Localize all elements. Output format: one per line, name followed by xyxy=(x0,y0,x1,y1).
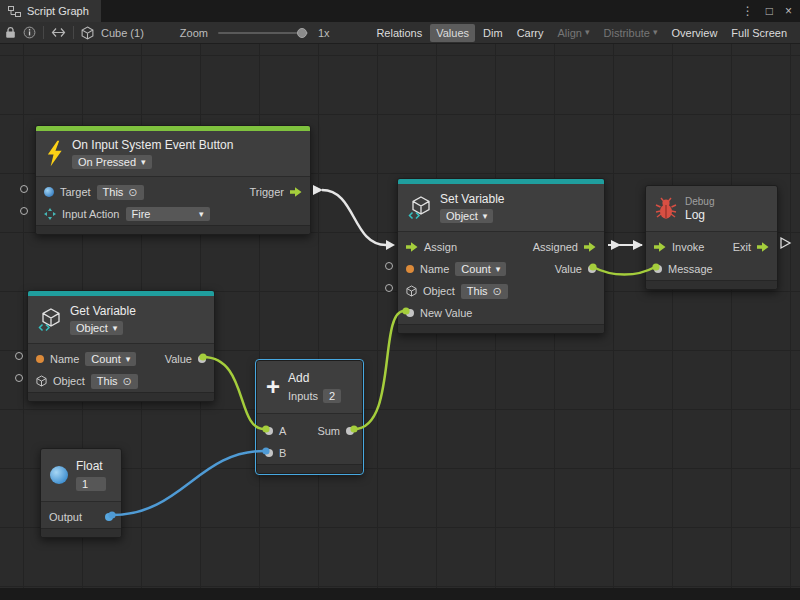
tab-title: Script Graph xyxy=(27,5,89,17)
float-value-input[interactable]: 1 xyxy=(76,477,106,491)
close-icon[interactable]: × xyxy=(785,4,792,18)
name-input-port[interactable] xyxy=(406,265,414,273)
target-label: Target xyxy=(60,186,91,198)
message-input-port[interactable] xyxy=(654,265,662,273)
zoom-slider-handle[interactable] xyxy=(297,28,307,38)
sum-output-port[interactable] xyxy=(346,427,354,435)
chevron-down-icon: ▾ xyxy=(585,28,590,37)
object-cube-icon xyxy=(36,375,47,387)
toolbar-button-fullscreen[interactable]: Full Screen xyxy=(725,24,793,42)
new-value-input-port[interactable] xyxy=(406,309,414,317)
get-variable-name-port[interactable] xyxy=(15,352,23,360)
graph-canvas[interactable]: On Input System Event Button On Pressed▾… xyxy=(0,44,800,588)
node-title: Float xyxy=(76,459,103,473)
toolbar-button-dim[interactable]: Dim xyxy=(477,24,509,42)
object-this-chip[interactable]: This⊙ xyxy=(461,284,508,299)
invoke-row: Invoke Exit xyxy=(646,236,777,258)
collapse-expand-icon[interactable] xyxy=(51,27,66,38)
exit-output-port[interactable] xyxy=(757,242,769,252)
event-input-action-port[interactable] xyxy=(20,207,28,215)
target-picker-icon: ⊙ xyxy=(493,285,502,298)
toolbar-button-overview[interactable]: Overview xyxy=(666,24,724,42)
a-row: A Sum xyxy=(257,420,362,442)
tab-script-graph[interactable]: Script Graph xyxy=(0,0,101,22)
chevron-down-icon: ▾ xyxy=(199,210,204,219)
menu-icon[interactable]: ⋮ xyxy=(742,4,754,18)
node-add[interactable]: + Add Inputs 2 A Sum xyxy=(256,360,363,474)
sum-label: Sum xyxy=(317,425,340,437)
toolbar-divider xyxy=(73,26,74,39)
toolbar-button-carry[interactable]: Carry xyxy=(511,24,550,42)
info-icon[interactable] xyxy=(23,26,36,39)
chevron-down-icon: ▾ xyxy=(496,265,501,274)
node-title: Get Variable xyxy=(70,304,136,318)
a-input-port[interactable] xyxy=(265,427,273,435)
value-output-port[interactable] xyxy=(198,355,206,363)
node-float[interactable]: Float 1 Output xyxy=(40,448,122,538)
new-value-label: New Value xyxy=(420,307,472,319)
name-label: Name xyxy=(50,353,79,365)
variable-cube-icon xyxy=(407,195,432,220)
connection-trigger-assign[interactable] xyxy=(322,190,386,245)
name-input-port[interactable] xyxy=(36,355,44,363)
node-title: Set Variable xyxy=(440,192,504,206)
exit-label: Exit xyxy=(733,241,751,253)
message-row: Message xyxy=(646,258,777,280)
name-row: Name Count▾ Value xyxy=(28,348,214,370)
assign-row: Assign Assigned xyxy=(398,236,604,258)
object-cube-icon xyxy=(406,285,417,297)
toolbar-button-distribute[interactable]: Distribute▾ xyxy=(598,24,664,42)
event-mode-dropdown[interactable]: On Pressed▾ xyxy=(72,155,152,169)
variable-scope-dropdown[interactable]: Object▾ xyxy=(440,209,493,223)
chevron-down-icon: ▾ xyxy=(653,28,658,37)
object-row: Object This⊙ xyxy=(28,370,214,392)
get-variable-object-port[interactable] xyxy=(15,374,23,382)
node-set-variable[interactable]: Set Variable Object▾ Assign Assigned xyxy=(397,178,605,334)
toolbar-buttons: Relations Values Dim Carry Align▾ Distri… xyxy=(370,24,795,42)
node-get-variable[interactable]: Get Variable Object▾ Name Count▾ Value xyxy=(27,290,215,402)
node-on-input-system-event-button[interactable]: On Input System Event Button On Pressed▾… xyxy=(35,125,311,235)
bug-icon xyxy=(655,197,677,220)
input-action-dropdown[interactable]: Fire▾ xyxy=(126,207,210,221)
plus-icon: + xyxy=(266,377,280,397)
toolbar-button-relations[interactable]: Relations xyxy=(370,24,428,42)
inputs-label: Inputs xyxy=(288,390,318,402)
trigger-output-port[interactable] xyxy=(290,187,302,197)
inputs-count-input[interactable]: 2 xyxy=(323,389,341,403)
name-label: Name xyxy=(420,263,449,275)
value-label: Value xyxy=(555,263,582,275)
node-debug-log[interactable]: Debug Log Invoke Exit Message xyxy=(645,185,778,290)
b-input-port[interactable] xyxy=(265,449,273,457)
lock-icon[interactable] xyxy=(5,26,16,39)
graph-target-name[interactable]: Cube (1) xyxy=(101,27,144,39)
flow-arrow xyxy=(611,240,621,250)
event-target-port[interactable] xyxy=(20,185,28,193)
set-variable-object-port[interactable] xyxy=(385,284,393,292)
node-footer xyxy=(398,324,604,333)
invoke-input-port[interactable] xyxy=(654,242,666,252)
maximize-icon[interactable]: □ xyxy=(766,4,773,18)
object-this-chip[interactable]: This⊙ xyxy=(91,374,138,389)
object-row: Object This⊙ xyxy=(398,280,604,302)
assigned-output-port[interactable] xyxy=(584,242,596,252)
output-row: Output xyxy=(41,506,121,528)
variable-scope-dropdown[interactable]: Object▾ xyxy=(70,321,123,335)
variable-name-dropdown[interactable]: Count▾ xyxy=(455,262,506,276)
bottom-bar xyxy=(0,588,800,600)
value-label: Value xyxy=(165,353,192,365)
variable-name-dropdown[interactable]: Count▾ xyxy=(85,352,136,366)
toolbar-button-values[interactable]: Values xyxy=(430,24,475,42)
assign-input-port[interactable] xyxy=(406,242,418,252)
set-variable-name-port[interactable] xyxy=(385,262,393,270)
zoom-slider[interactable] xyxy=(218,32,308,34)
toolbar-divider xyxy=(43,26,44,39)
node-footer xyxy=(36,225,310,234)
toolbar-button-align[interactable]: Align▾ xyxy=(552,24,596,42)
output-port[interactable] xyxy=(105,513,113,521)
connection-output-b[interactable] xyxy=(112,451,264,515)
tab-bar: Script Graph ⋮ □ × xyxy=(0,0,800,22)
flow-arrow xyxy=(633,240,643,250)
value-output-port[interactable] xyxy=(588,265,596,273)
exit-port-arrow[interactable] xyxy=(781,238,790,248)
target-this-chip[interactable]: This⊙ xyxy=(97,185,144,200)
